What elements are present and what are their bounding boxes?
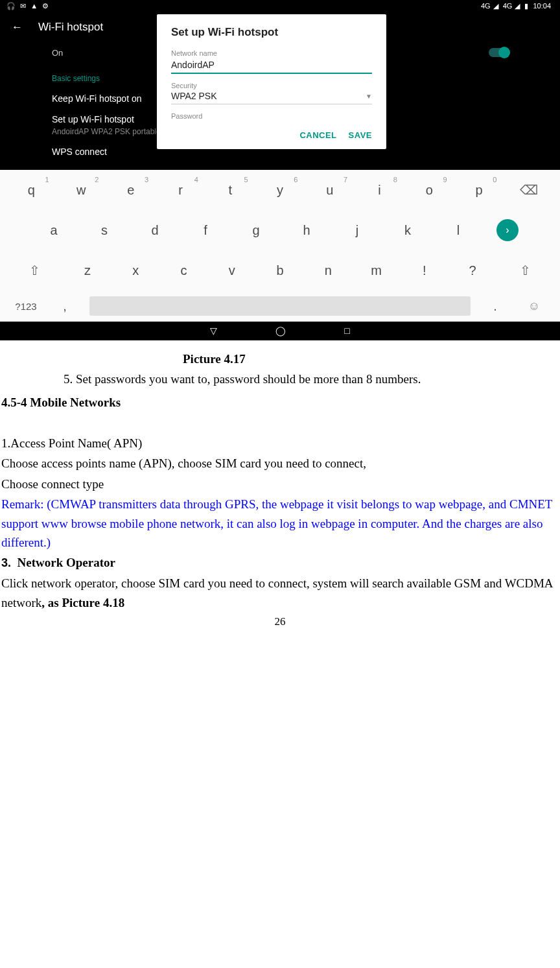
on-label: On	[52, 48, 63, 58]
network-4g-2: 4G	[503, 2, 513, 10]
key-?[interactable]: ?	[450, 255, 495, 286]
headset-icon: 🎧	[6, 2, 16, 10]
save-button[interactable]: SAVE	[349, 130, 372, 140]
dropdown-icon: ▼	[366, 93, 372, 100]
key-r[interactable]: r4	[158, 174, 204, 206]
remark-text: Remark: (CMWAP transmitters data through…	[1, 495, 559, 552]
document-body: Picture 4.17 Set passwords you want to, …	[0, 340, 560, 630]
shift-key-left[interactable]: ⇧	[8, 255, 62, 286]
soft-keyboard: q1w2e3r4t5y6u7i8o9p0⌫ asdfghjkl› ⇧zxcvbn…	[0, 170, 560, 322]
key-x[interactable]: x	[113, 255, 158, 286]
heading-4-5-4: 4.5-4 Mobile Networks	[1, 393, 559, 412]
signal-icon-2: ◢	[515, 2, 520, 10]
status-bar: 🎧 ✉ ▲ ⚙ 4G◢ 4G◢ ▮ 10:04	[0, 0, 560, 12]
key-o[interactable]: o9	[406, 174, 452, 206]
hotspot-toggle[interactable]	[489, 48, 508, 57]
nav-recent-icon[interactable]: □	[344, 326, 349, 336]
key-j[interactable]: j	[334, 215, 380, 246]
network-name-label: Network name	[171, 49, 372, 57]
dialog-title: Set up Wi-Fi hotspot	[171, 26, 372, 39]
android-screenshot: 🎧 ✉ ▲ ⚙ 4G◢ 4G◢ ▮ 10:04 ← Wi-Fi hotspot …	[0, 0, 560, 340]
clock: 10:04	[533, 2, 551, 10]
key-c[interactable]: c	[161, 255, 205, 286]
key-b[interactable]: b	[258, 255, 302, 286]
cancel-button[interactable]: CANCEL	[299, 130, 336, 140]
comma-key[interactable]: ,	[45, 293, 84, 319]
setup-hotspot-dialog: Set up Wi-Fi hotspot Network name Securi…	[157, 14, 386, 149]
apn-line-2: Choose access points name (APN), choose …	[1, 454, 559, 473]
nav-back-icon[interactable]: ▽	[210, 325, 217, 336]
symbols-key[interactable]: ?123	[6, 293, 45, 319]
nav-home-icon[interactable]: ◯	[275, 325, 286, 336]
list-item-5: Set passwords you want to, password shou…	[64, 370, 559, 388]
key-s[interactable]: s	[81, 215, 128, 246]
key-i[interactable]: i8	[356, 174, 402, 206]
key-g[interactable]: g	[233, 215, 279, 246]
key-![interactable]: !	[402, 255, 447, 286]
screen-title: Wi-Fi hotspot	[38, 21, 103, 34]
android-navbar: ▽ ◯ □	[0, 322, 560, 340]
shift-key-right[interactable]: ⇧	[498, 255, 552, 286]
backspace-key[interactable]: ⌫	[506, 174, 552, 206]
page-number: 26	[1, 613, 559, 630]
key-p[interactable]: p0	[456, 174, 502, 206]
signal-icon-1: ◢	[493, 2, 498, 10]
apn-line-3: Choose connect type	[1, 475, 559, 493]
key-z[interactable]: z	[65, 255, 110, 286]
security-select[interactable]: WPA2 PSK ▼	[171, 89, 372, 104]
go-key[interactable]: ›	[496, 219, 519, 241]
key-d[interactable]: d	[132, 215, 178, 246]
key-k[interactable]: k	[384, 215, 431, 246]
key-e[interactable]: e3	[108, 174, 154, 206]
key-w[interactable]: w2	[58, 174, 104, 206]
emoji-key[interactable]: ☺	[515, 293, 554, 319]
back-icon[interactable]: ←	[12, 21, 23, 34]
password-label: Password	[171, 112, 372, 120]
security-label: Security	[171, 82, 372, 89]
key-y[interactable]: y6	[257, 174, 303, 206]
settings-icon: ⚙	[42, 2, 49, 10]
apn-line-1: 1.Access Point Name( APN)	[1, 434, 559, 453]
operator-text: Click network operator, choose SIM card …	[1, 574, 559, 612]
key-l[interactable]: l	[435, 215, 482, 246]
spacebar-key[interactable]	[89, 296, 471, 316]
key-f[interactable]: f	[182, 215, 229, 246]
battery-icon: ▮	[524, 2, 528, 10]
key-n[interactable]: n	[306, 255, 350, 286]
figure-caption: Picture 4.17	[1, 349, 559, 368]
key-a[interactable]: a	[30, 215, 77, 246]
key-q[interactable]: q1	[8, 174, 54, 206]
mail-icon: ✉	[20, 2, 26, 10]
network-name-input[interactable]	[171, 57, 372, 74]
key-u[interactable]: u7	[307, 174, 353, 206]
security-value: WPA2 PSK	[171, 91, 217, 101]
key-h[interactable]: h	[283, 215, 330, 246]
period-key[interactable]: .	[476, 293, 515, 319]
key-t[interactable]: t5	[207, 174, 253, 206]
key-m[interactable]: m	[354, 255, 398, 286]
network-4g-1: 4G	[481, 2, 491, 10]
item-3-number: 3.	[1, 556, 11, 569]
item-3-title: Network Operator	[18, 556, 115, 569]
play-icon: ▲	[30, 2, 38, 10]
key-v[interactable]: v	[210, 255, 254, 286]
